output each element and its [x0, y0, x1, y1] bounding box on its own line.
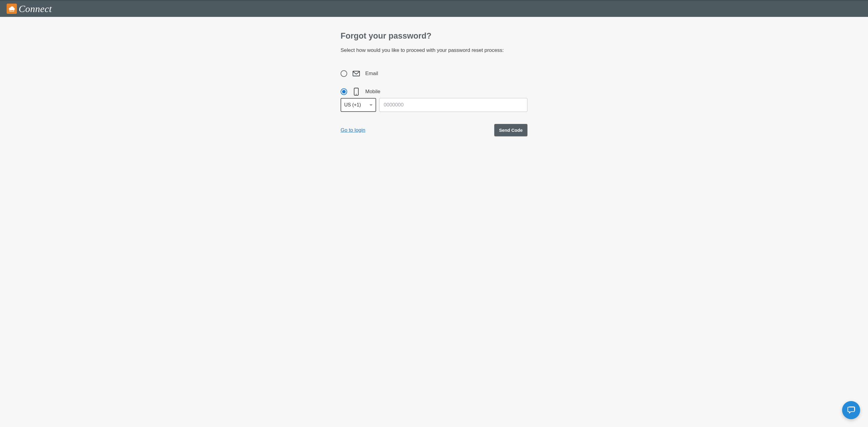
option-email-label: Email	[365, 70, 378, 77]
radio-email[interactable]	[341, 70, 347, 77]
chat-widget-button[interactable]	[842, 401, 860, 419]
option-mobile-label: Mobile	[365, 89, 380, 95]
main-content: Forgot your password? Select how would y…	[338, 17, 530, 136]
country-code-value: US (+1)	[344, 102, 361, 108]
brand-logo-icon	[7, 4, 17, 14]
mobile-icon	[352, 88, 360, 96]
radio-mobile[interactable]	[341, 88, 347, 95]
go-to-login-link[interactable]: Go to login	[341, 127, 365, 133]
phone-input-row: US (+1)	[341, 98, 527, 112]
brand-name: Connect	[19, 3, 52, 14]
page-subtitle: Select how would you like to proceed wit…	[341, 47, 527, 53]
send-code-button[interactable]: Send Code	[494, 124, 527, 136]
action-row: Go to login Send Code	[341, 124, 527, 136]
app-header: Connect	[0, 0, 868, 17]
chevron-down-icon	[370, 104, 373, 106]
option-mobile[interactable]: Mobile	[341, 88, 527, 96]
phone-number-input[interactable]	[379, 98, 527, 112]
svg-rect-7	[353, 71, 360, 76]
page-title: Forgot your password?	[341, 31, 527, 41]
country-code-select[interactable]: US (+1)	[341, 98, 376, 112]
svg-point-9	[356, 94, 356, 94]
email-icon	[352, 71, 360, 76]
option-email[interactable]: Email	[341, 70, 527, 77]
chat-icon	[846, 405, 856, 415]
